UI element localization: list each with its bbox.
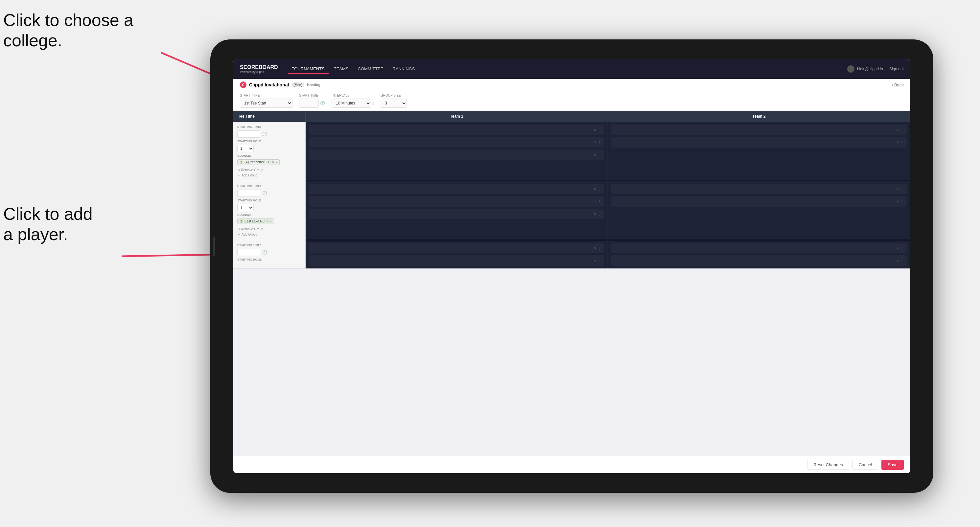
slot-x-btn[interactable]: ✕ [594, 141, 597, 144]
slot-expand-btn[interactable]: ⋮ [598, 212, 601, 216]
event-title: C Clippd Invitational (Men) Hosting [240, 81, 320, 88]
hosting-badge: Hosting [307, 83, 320, 87]
starting-hole-label-1: STARTING HOLE: [237, 140, 301, 143]
slot-x-btn[interactable]: ✕ [896, 246, 899, 250]
course-remove-1[interactable]: ✕ [272, 160, 274, 164]
team1-cell-1: ✕ ⋮ ✕ ⋮ [305, 122, 608, 181]
group-3-left: STARTING TIME: 10:20 🕐 STARTING HOLE: [233, 240, 305, 268]
course-tag-2[interactable]: 🏌 East Lake GC ✕ ▾ [237, 219, 274, 224]
player-slot[interactable]: ✕ ⋮ [309, 243, 605, 253]
clock-icon-2: 🕐 [262, 191, 267, 195]
player-slot[interactable]: ✕ ⋮ [611, 255, 907, 266]
remove-group-1[interactable]: ↺ Remove Group [237, 168, 301, 172]
save-button[interactable]: Save [881, 460, 904, 470]
slot-x-btn[interactable]: ✕ [594, 187, 597, 191]
slot-x-btn[interactable]: ✕ [896, 141, 899, 144]
table-row: STARTING TIME: 10:10 🕐 STARTING HOLE: 1 … [233, 181, 910, 240]
slot-expand-btn[interactable]: ⋮ [598, 187, 601, 191]
player-slot[interactable]: ✕ ⋮ [309, 184, 605, 194]
remove-group-2[interactable]: ↺ Remove Group [237, 227, 301, 231]
slot-expand-btn[interactable]: ⋮ [900, 128, 904, 132]
slot-expand-btn[interactable]: ⋮ [900, 141, 904, 144]
schedule-header: Tee Time Team 1 Team 2 [233, 111, 910, 122]
tab-teams[interactable]: TEAMS [330, 64, 353, 74]
schedule-body: STARTING TIME: 10:00 🕐 STARTING HOLE: 1 … [233, 122, 910, 456]
starting-time-input-2[interactable]: 10:10 [237, 190, 260, 197]
tab-rankings[interactable]: RANKINGS [389, 64, 419, 74]
group-size-group: Group Size 3 [380, 94, 407, 108]
start-time-input[interactable]: 10:00 [299, 98, 319, 108]
add-group-2[interactable]: ＋ Add Group [237, 232, 301, 237]
nav-bar: SCOREBOARD Powered by clippd TOURNAMENTS… [233, 59, 910, 79]
course-label-1: COURSE: [237, 154, 301, 157]
intervals-group: Intervals 10 Minutes ℹ [332, 94, 374, 108]
reset-changes-button[interactable]: Reset Changes [807, 460, 849, 470]
course-remove-2[interactable]: ✕ [266, 219, 269, 223]
intervals-select[interactable]: 10 Minutes [332, 98, 371, 108]
team2-cell-3: ✕ ⋮ ✕ ⋮ [608, 240, 910, 268]
slot-x-btn[interactable]: ✕ [896, 200, 899, 203]
annotation-choose-college: Click to choose a college. [3, 10, 134, 51]
annotation-add-player: Click to add a player. [3, 204, 93, 245]
player-slot[interactable]: ✕ ⋮ [611, 124, 907, 135]
player-slot[interactable]: ✕ ⋮ [309, 124, 605, 135]
slot-expand-btn[interactable]: ⋮ [900, 246, 904, 250]
starting-time-label-1: STARTING TIME: [237, 125, 301, 129]
slot-expand-btn[interactable]: ⋮ [598, 141, 601, 144]
slot-x-btn[interactable]: ✕ [896, 187, 899, 191]
player-slot[interactable]: ✕ ⋮ [611, 243, 907, 253]
player-slot[interactable]: ✕ ⋮ [611, 196, 907, 207]
slot-x-btn[interactable]: ✕ [896, 259, 899, 262]
slot-expand-btn[interactable]: ⋮ [900, 200, 904, 203]
group-2-left: STARTING TIME: 10:10 🕐 STARTING HOLE: 1 … [233, 181, 305, 240]
clock-icon-3: 🕐 [262, 250, 267, 255]
slot-x-btn[interactable]: ✕ [594, 246, 597, 250]
start-type-select[interactable]: 1st Tee Start [240, 98, 293, 108]
slot-x-btn[interactable]: ✕ [594, 128, 597, 132]
player-slot[interactable]: ✕ ⋮ [611, 184, 907, 194]
starting-hole-select-2[interactable]: 1 [237, 204, 254, 211]
slot-x-btn[interactable]: ✕ [896, 128, 899, 132]
slot-x-btn[interactable]: ✕ [594, 259, 597, 262]
back-button[interactable]: ‹ Back [892, 83, 904, 87]
slot-expand-btn[interactable]: ⋮ [900, 259, 904, 262]
event-name: Clippd Invitational [249, 82, 289, 87]
slot-expand-btn[interactable]: ⋮ [598, 246, 601, 250]
slot-expand-btn[interactable]: ⋮ [598, 153, 601, 157]
add-group-1[interactable]: ＋ Add Group [237, 173, 301, 178]
tab-tournaments[interactable]: TOURNAMENTS [288, 64, 329, 74]
player-slot[interactable]: ✕ ⋮ [309, 255, 605, 266]
player-slot[interactable]: ✕ ⋮ [611, 137, 907, 148]
slot-x-btn[interactable]: ✕ [594, 212, 597, 216]
slot-expand-btn[interactable]: ⋮ [598, 200, 601, 203]
course-caret-2[interactable]: ▾ [270, 220, 272, 223]
main-content: Tee Time Team 1 Team 2 STARTING TIME: 10… [233, 111, 910, 473]
clock-icon: 🕐 [320, 101, 325, 105]
group-size-select[interactable]: 3 [380, 98, 407, 108]
slot-expand-btn[interactable]: ⋮ [900, 187, 904, 191]
header-team1: Team 1 [305, 111, 608, 122]
player-slot[interactable]: ✕ ⋮ [309, 196, 605, 207]
player-slot[interactable]: ✕ ⋮ [309, 137, 605, 148]
table-row: STARTING TIME: 10:20 🕐 STARTING HOLE: ✕ [233, 240, 910, 269]
clock-icon-1: 🕐 [262, 132, 267, 137]
player-slot[interactable]: ✕ ⋮ [309, 209, 605, 219]
info-icon: ℹ [372, 101, 374, 105]
team2-cell-1: ✕ ⋮ ✕ ⋮ [608, 122, 910, 181]
slot-expand-btn[interactable]: ⋮ [598, 128, 601, 132]
slot-expand-btn[interactable]: ⋮ [598, 259, 601, 262]
sign-out-link[interactable]: Sign out [889, 67, 904, 71]
course-caret-1[interactable]: ▾ [276, 161, 277, 164]
tab-committee[interactable]: COMMITTEE [354, 64, 387, 74]
starting-time-input-1[interactable]: 10:00 [237, 130, 260, 138]
slot-x-btn[interactable]: ✕ [594, 153, 597, 157]
course-tag-1[interactable]: 🏌 (A) Peachtree GC ✕ ▾ [237, 159, 280, 165]
nav-user: blair@clippd.io | Sign out [847, 65, 904, 73]
slot-x-btn[interactable]: ✕ [594, 200, 597, 203]
tablet-screen: SCOREBOARD Powered by clippd TOURNAMENTS… [233, 59, 910, 473]
start-type-group: Start Type 1st Tee Start [240, 94, 293, 108]
cancel-button[interactable]: Cancel [853, 460, 878, 470]
starting-time-input-3[interactable]: 10:20 [237, 249, 260, 256]
player-slot[interactable]: ✕ ⋮ [309, 149, 605, 160]
starting-hole-select-1[interactable]: 1 [237, 145, 254, 152]
